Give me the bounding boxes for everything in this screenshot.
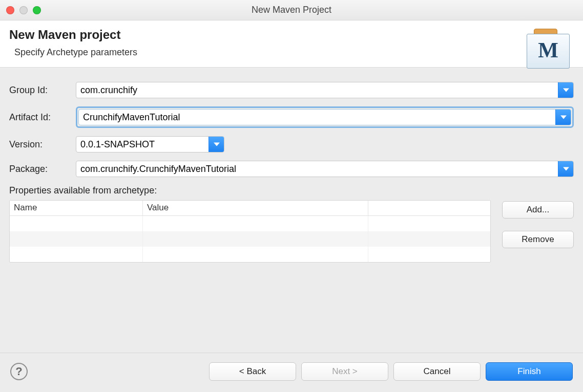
- close-window-button[interactable]: [6, 6, 14, 14]
- chevron-down-icon[interactable]: [558, 161, 573, 177]
- help-icon[interactable]: ?: [10, 363, 28, 380]
- version-input[interactable]: [76, 137, 209, 152]
- package-combo[interactable]: [76, 161, 574, 177]
- group-id-input[interactable]: [76, 82, 558, 98]
- table-row[interactable]: [10, 247, 490, 262]
- col-header-name[interactable]: Name: [10, 201, 143, 215]
- package-input[interactable]: [76, 161, 558, 177]
- properties-label: Properties available from archetype:: [9, 185, 574, 196]
- col-header-value[interactable]: Value: [143, 201, 368, 215]
- minimize-window-button[interactable]: [19, 6, 28, 14]
- finish-button[interactable]: Finish: [486, 362, 573, 381]
- maven-icon: M: [527, 29, 570, 69]
- group-id-label: Group Id:: [9, 85, 71, 96]
- back-button[interactable]: < Back: [209, 362, 296, 381]
- wizard-header: New Maven project Specify Archetype para…: [0, 20, 583, 68]
- form-area: Group Id: Artifact Id:: [0, 68, 583, 270]
- cancel-button[interactable]: Cancel: [393, 362, 481, 381]
- package-label: Package:: [9, 164, 71, 175]
- wizard-footer: ? < Back Next > Cancel Finish: [0, 353, 583, 392]
- window-controls: [6, 6, 41, 14]
- chevron-down-icon[interactable]: [555, 110, 571, 125]
- chevron-down-icon[interactable]: [209, 137, 224, 152]
- maximize-window-button[interactable]: [33, 6, 41, 14]
- artifact-id-input[interactable]: [79, 110, 555, 125]
- group-id-combo[interactable]: [76, 82, 574, 98]
- artifact-id-label: Artifact Id:: [9, 112, 71, 123]
- col-header-spacer: [368, 201, 490, 215]
- chevron-down-icon[interactable]: [558, 82, 573, 98]
- window-title: New Maven Project: [0, 5, 583, 15]
- add-button[interactable]: Add...: [502, 201, 574, 219]
- version-combo[interactable]: [76, 136, 224, 153]
- artifact-id-combo[interactable]: [78, 109, 571, 125]
- page-title: New Maven project: [9, 28, 574, 42]
- page-subtitle: Specify Archetype parameters: [9, 47, 574, 58]
- remove-button[interactable]: Remove: [502, 231, 574, 248]
- version-label: Version:: [9, 139, 71, 150]
- table-row[interactable]: [10, 231, 490, 247]
- properties-table[interactable]: Name Value: [9, 200, 491, 263]
- table-row[interactable]: [10, 216, 490, 231]
- next-button: Next >: [301, 362, 388, 381]
- titlebar: New Maven Project: [0, 0, 583, 20]
